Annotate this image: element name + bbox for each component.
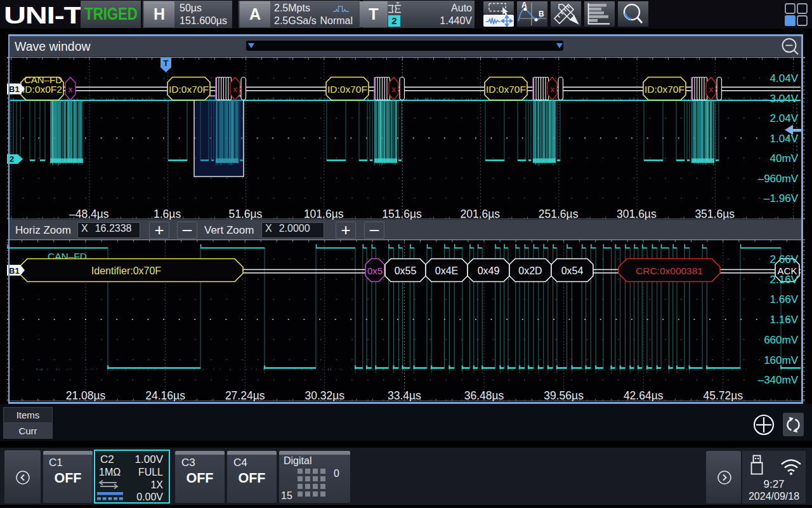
svg-text:A: A — [521, 1, 527, 10]
svg-text:B: B — [539, 10, 544, 18]
